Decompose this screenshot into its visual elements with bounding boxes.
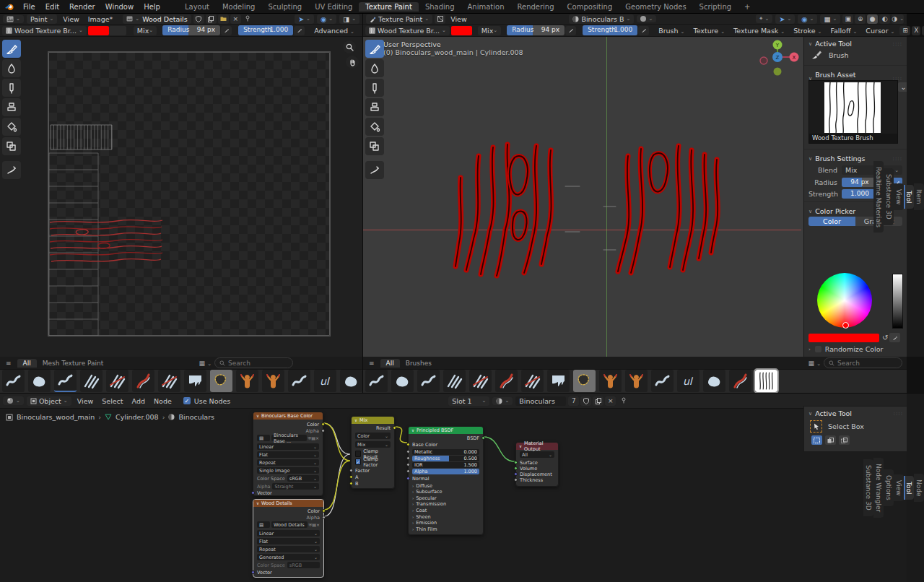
workspace-tab-layout[interactable]: Layout: [178, 2, 216, 12]
vp-clone-tool[interactable]: [365, 98, 384, 116]
ie-blend-dropdown[interactable]: Mix⌄: [134, 26, 157, 35]
right-brush-thumb-script[interactable]: ul: [677, 370, 699, 392]
left-brush-thumb-squiggle[interactable]: [2, 370, 25, 392]
clamp-result-checkbox[interactable]: [355, 451, 361, 457]
mix-blend-select[interactable]: Mix⌄: [355, 441, 391, 448]
ie-pan-hand-icon[interactable]: [346, 56, 359, 69]
sidebar-radius-slider[interactable]: 94 px: [842, 178, 878, 187]
socket-bsdf-out[interactable]: [481, 436, 485, 440]
node-mix[interactable]: ∨Mix Result Color⌄ Mix⌄ Clamp Result ✓Cl…: [351, 416, 395, 489]
ie-strength-slider[interactable]: Strength1.000: [238, 25, 293, 35]
shelf-tab-all[interactable]: All: [17, 359, 37, 368]
right-brush-thumb-squiggle[interactable]: [651, 370, 674, 392]
right-brush-thumb-squiggle[interactable]: [417, 370, 440, 392]
shading-material-toggle[interactable]: ◐: [879, 14, 890, 24]
pin-icon[interactable]: [245, 15, 250, 23]
texture-canvas[interactable]: [48, 52, 330, 336]
randomize-color-row[interactable]: › Randomize Color: [808, 345, 883, 353]
vp-color-swatch[interactable]: [451, 26, 472, 35]
node-tab-options[interactable]: Options: [884, 469, 894, 506]
node-tab-tool[interactable]: Tool: [904, 476, 914, 500]
shelf2-display-icon[interactable]: ▦⌄: [808, 360, 821, 367]
vp-popover-falloff[interactable]: Falloff⌄: [826, 27, 861, 35]
ie-advanced-dropdown[interactable]: Advanced⌄: [310, 27, 359, 35]
app-menu-window[interactable]: Window: [100, 3, 139, 11]
navigation-gizmo[interactable]: Y X Z: [755, 38, 800, 83]
socket-wd-vector-in[interactable]: [251, 570, 255, 574]
unlink-x-icon[interactable]: ×: [230, 14, 241, 24]
socket-roughness-in[interactable]: [406, 456, 410, 460]
ne-select-box-row[interactable]: Select Box: [804, 419, 907, 434]
left-brush-thumb-blob[interactable]: [340, 370, 362, 392]
socket-alpha-in[interactable]: [406, 469, 410, 473]
vp-gizmos-dropdown[interactable]: ➤⌄: [775, 14, 795, 24]
xray-toggle[interactable]: ▣: [842, 14, 853, 24]
ie-mask-tool[interactable]: [2, 137, 21, 155]
node-editor[interactable]: ⌄ Object⌄ ViewSelectAddNode ✓ Use Nodes …: [0, 394, 924, 582]
ior-slider[interactable]: IOR1.500: [412, 462, 479, 468]
select-mode-subtract-icon[interactable]: [839, 435, 850, 445]
shelf2-tab-context[interactable]: Brushes: [400, 359, 437, 368]
bc-image-name[interactable]: Binoculars Base ...: [271, 435, 307, 441]
socket-mix-a-in[interactable]: [349, 475, 353, 479]
wd-image-icon[interactable]: ▤: [257, 521, 270, 528]
right-brush-thumb-lines-red[interactable]: [469, 370, 492, 392]
left-brush-thumb-squiggle-active[interactable]: [54, 370, 77, 392]
ie-zoom-icon[interactable]: [343, 40, 356, 53]
color-wheel-cursor[interactable]: [842, 322, 849, 329]
socket-volume-in[interactable]: [514, 466, 518, 470]
workspace-tab-geometry-nodes[interactable]: Geometry Nodes: [619, 2, 692, 12]
vp-smear-tool[interactable]: [365, 79, 384, 97]
right-brush-thumb-wood-active[interactable]: [755, 370, 777, 392]
socket-wd-color-out[interactable]: [322, 509, 326, 513]
wd-source-select[interactable]: Generated⌄: [257, 554, 320, 560]
current-color-bar[interactable]: [808, 334, 879, 342]
vp-annotate-tool[interactable]: [365, 161, 384, 179]
right-brush-thumb-blob[interactable]: [703, 370, 725, 392]
ie-annotate-tool[interactable]: [2, 161, 21, 179]
blender-logo-icon[interactable]: [4, 2, 15, 11]
vp-radius-slider[interactable]: Radius94 px: [507, 25, 565, 35]
wd-colorspace-select[interactable]: sRGB: [287, 562, 320, 568]
node-wood-details[interactable]: ∨Wood Details Color Alpha ▤ Wood Details…: [253, 499, 324, 578]
vp-popover-texture-mask[interactable]: Texture Mask⌄: [729, 27, 789, 35]
vp-strength-slider[interactable]: Strength1.000: [583, 25, 637, 35]
socket-displacement-in[interactable]: [514, 472, 518, 476]
right-brush-thumb-lines-red[interactable]: [521, 370, 544, 392]
active-tool-panel-header[interactable]: ∨Active Tool::::: [804, 37, 907, 49]
bc-image-icon[interactable]: ▤: [257, 435, 270, 441]
bsdf-section-thin-film[interactable]: ›Thin Film: [412, 526, 479, 532]
picker-pressure-icon[interactable]: [889, 333, 900, 342]
primary-color-swatch[interactable]: [88, 26, 109, 35]
display-channels-dropdown[interactable]: ◨⌄: [339, 14, 359, 24]
vp-popover-stroke[interactable]: Stroke⌄: [789, 27, 826, 35]
bc-projection-select[interactable]: Flat⌄: [257, 451, 319, 458]
alpha-slider[interactable]: Alpha1.000: [412, 469, 479, 474]
workspace-tab-modeling[interactable]: Modeling: [216, 2, 262, 12]
socket-basecolor-in[interactable]: [406, 443, 410, 446]
sidebar-tab-realtime-materials[interactable]: Realtime Materials: [873, 161, 884, 233]
right-brush-thumb-curve-red[interactable]: [729, 370, 751, 392]
texture-slot-dropdown[interactable]: Binoculars B⌄: [569, 14, 634, 24]
color-tab[interactable]: Color: [808, 217, 855, 226]
vp-blend-dropdown[interactable]: Mix⌄: [478, 26, 501, 35]
color-wheel[interactable]: [817, 273, 872, 328]
gizmos-dropdown[interactable]: ➤⌄: [295, 14, 314, 24]
secondary-color-swatch[interactable]: [109, 26, 126, 35]
vp-popover-cursor[interactable]: Cursor⌄: [861, 27, 899, 35]
sidebar-tab-substance-3d[interactable]: Substance 3D: [884, 168, 894, 225]
socket-mix-factor-in[interactable]: [349, 469, 353, 472]
vp-popover-brush[interactable]: Brush⌄: [654, 27, 689, 35]
socket-bc-vector-in[interactable]: [251, 491, 255, 495]
vp-mask-tool[interactable]: [365, 137, 384, 155]
menu-image[interactable]: Image*: [84, 15, 118, 23]
shelf-tab-context[interactable]: Mesh Texture Paint: [37, 359, 110, 368]
right-brush-thumb-blob[interactable]: [391, 370, 414, 392]
workspace-tab-rendering[interactable]: Rendering: [510, 2, 560, 12]
right-brush-thumb-char[interactable]: [625, 370, 648, 392]
shelf2-tab-all[interactable]: All: [380, 359, 400, 368]
workspace-tab-scripting[interactable]: Scripting: [693, 2, 738, 12]
left-brush-thumb-drip[interactable]: [184, 370, 206, 392]
ie-radius-slider[interactable]: Radius94 px: [162, 25, 220, 35]
bc-interpolation-select[interactable]: Linear⌄: [257, 443, 319, 450]
